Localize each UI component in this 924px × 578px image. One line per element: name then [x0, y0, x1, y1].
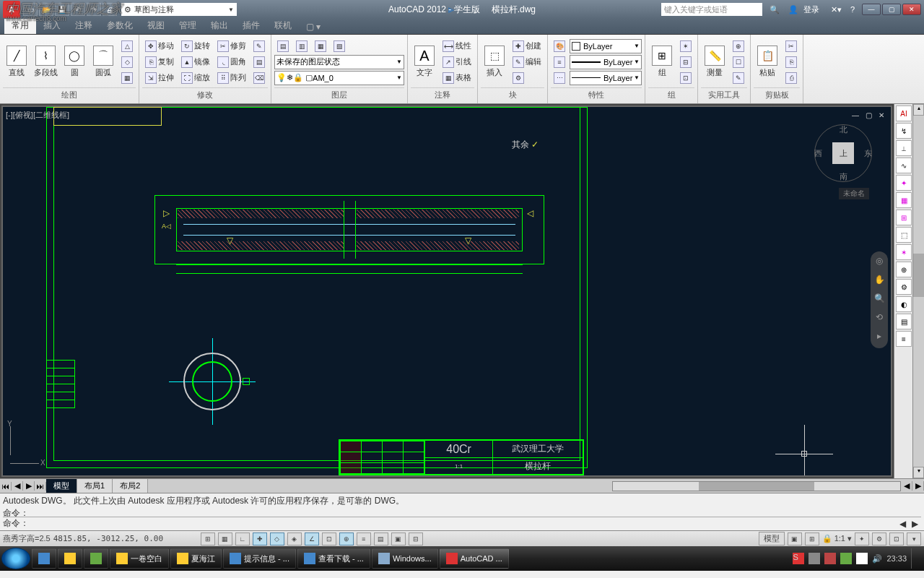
wcs-label[interactable]: 未命名 — [839, 188, 869, 199]
measure-button[interactable]: 📏测量 — [701, 37, 728, 87]
polyline-button[interactable]: ⌇多段线 — [32, 37, 59, 87]
qat-open-icon[interactable]: 📂 — [39, 3, 53, 16]
clock[interactable]: 23:33 — [886, 554, 907, 563]
tray-icon[interactable] — [840, 553, 852, 564]
drawing-viewport[interactable]: [-][俯视][二维线框] — ▢ ✕ 上 北 南 东 西 未命名 ◎ ✋ 🔍 … — [1, 105, 892, 477]
tray-icon[interactable] — [824, 553, 836, 564]
osnap-toggle[interactable]: ◇ — [270, 532, 284, 545]
tab-nav-next[interactable]: ▶ — [23, 481, 35, 491]
tray-icon[interactable] — [856, 553, 868, 564]
start-button[interactable] — [1, 548, 30, 569]
taskbar-item[interactable]: 查看下载 - ... — [297, 548, 370, 569]
dyn-toggle[interactable]: ⊕ — [339, 532, 354, 545]
taskbar-pin3[interactable] — [84, 548, 108, 569]
tab-home[interactable]: 常用 — [4, 17, 36, 34]
horizontal-scrollbar[interactable] — [612, 481, 901, 491]
qat-redo-icon[interactable]: ↷ — [87, 3, 101, 16]
tray-speaker-icon[interactable]: 🔊 — [872, 554, 882, 564]
layer-state-combo[interactable]: 未保存的图层状态▼ — [274, 55, 404, 69]
draw-ext3[interactable]: ▦ — [118, 71, 136, 85]
stretch-button[interactable]: ⇲拉伸 — [142, 71, 177, 85]
nav-orbit-icon[interactable]: ⟲ — [873, 312, 886, 325]
nav-zoom-icon[interactable]: 🔍 — [873, 293, 886, 306]
login-link[interactable]: 👤 登录 — [785, 4, 825, 15]
layout1-tab[interactable]: 布局1 — [77, 479, 113, 493]
lwt-toggle[interactable]: ≡ — [357, 532, 371, 545]
text-button[interactable]: A文字 — [411, 37, 438, 87]
taskbar-item[interactable]: 提示信息 - ... — [223, 548, 296, 569]
copy-button[interactable]: ⎘复制 — [142, 55, 177, 69]
paste-button[interactable]: 📋粘贴 — [754, 37, 781, 87]
close-button[interactable]: ✕ — [902, 4, 921, 15]
scale-button[interactable]: ⛶缩放 — [178, 71, 213, 85]
taskbar-item[interactable]: 夏海江 — [170, 548, 222, 569]
arc-button[interactable]: ⌒圆弧 — [90, 37, 117, 87]
app-logo[interactable]: A — [3, 1, 20, 18]
tab-online[interactable]: 联机 — [267, 17, 299, 34]
help-search-input[interactable]: 键入关键字或短语 — [661, 3, 762, 16]
tray-icon[interactable] — [808, 553, 820, 564]
vp-maximize-icon[interactable]: ▢ — [863, 111, 873, 121]
line-button[interactable]: ╱直线 — [3, 37, 30, 87]
cmd-nav-left[interactable]: ◀ — [897, 519, 909, 529]
tab-nav-last[interactable]: ⏭ — [35, 482, 46, 491]
palette-icon[interactable]: AI — [896, 105, 912, 121]
qat-save-icon[interactable]: 💾 — [55, 3, 69, 16]
vp-minimize-icon[interactable]: — — [850, 111, 860, 121]
edit-block-button[interactable]: ✎编辑 — [510, 55, 544, 69]
cmd-nav-right[interactable]: ▶ — [909, 519, 921, 529]
tab-insert[interactable]: 插入 — [36, 17, 68, 34]
search-icon[interactable]: 🔍 — [767, 5, 783, 14]
tab-parametric[interactable]: 参数化 — [100, 17, 140, 34]
ortho-toggle[interactable]: ∟ — [235, 532, 250, 545]
draw-ext1[interactable]: △ — [118, 39, 136, 53]
tab-manage[interactable]: 管理 — [172, 17, 204, 34]
rotate-button[interactable]: ↻旋转 — [178, 39, 213, 53]
table-button[interactable]: ▦表格 — [440, 71, 474, 85]
3dosnap-toggle[interactable]: ◈ — [287, 532, 302, 545]
annotation-scale[interactable]: 🔒 1:1 ▾ — [822, 534, 852, 543]
tab-view[interactable]: 视图 — [140, 17, 172, 34]
show-desktop-button[interactable] — [911, 548, 917, 569]
layer-combo[interactable]: 💡❄🔒 ▢ AM_0▼ — [274, 71, 404, 85]
array-button[interactable]: ⠿阵列 — [214, 71, 249, 85]
model-space-button[interactable]: 模型 — [759, 532, 785, 545]
color-combo[interactable]: ByLayer▼ — [570, 39, 642, 53]
fillet-button[interactable]: ◟圆角 — [214, 55, 249, 69]
layout2-tab[interactable]: 布局2 — [113, 479, 148, 493]
draw-ext2[interactable]: ◇ — [118, 55, 136, 69]
command-input[interactable] — [29, 519, 897, 529]
sc-toggle[interactable]: ⊟ — [409, 532, 423, 545]
lineweight-combo[interactable]: ByLayer▼ — [570, 55, 642, 69]
mirror-button[interactable]: ▲镜像 — [178, 55, 213, 69]
tab-nav-prev[interactable]: ◀ — [12, 481, 23, 491]
taskbar-item[interactable]: 一卷空白 — [110, 548, 169, 569]
group-button[interactable]: ⊞组 — [648, 37, 676, 87]
tpy-toggle[interactable]: ▤ — [374, 532, 388, 545]
create-block-button[interactable]: ✚创建 — [510, 39, 544, 53]
qat-print-icon[interactable]: 🖨 — [103, 3, 117, 16]
circle-button[interactable]: ◯圆 — [61, 37, 88, 87]
leader-button[interactable]: ↗引线 — [440, 55, 474, 69]
taskbar-pin1[interactable] — [32, 548, 56, 569]
nav-pan-icon[interactable]: ✋ — [873, 275, 886, 288]
viewport-label[interactable]: [-][俯视][二维线框] — [6, 110, 69, 121]
vp-close-icon[interactable]: ✕ — [876, 111, 886, 121]
model-tab[interactable]: 模型 — [46, 479, 77, 493]
tab-annotate[interactable]: 注释 — [68, 17, 100, 34]
workspace-selector[interactable]: ⚙草图与注释▼ — [121, 3, 237, 16]
tab-output[interactable]: 输出 — [204, 17, 235, 34]
nav-wheel-icon[interactable]: ◎ — [873, 256, 886, 269]
ducs-toggle[interactable]: ⊡ — [322, 532, 336, 545]
tab-plugins[interactable]: 插件 — [235, 17, 267, 34]
grid-toggle[interactable]: ▦ — [218, 532, 232, 545]
minimize-button[interactable]: — — [862, 4, 881, 15]
taskbar-item[interactable]: Windows... — [372, 548, 438, 569]
otrack-toggle[interactable]: ∠ — [305, 532, 319, 545]
linetype-combo[interactable]: ByLayer▼ — [570, 71, 642, 85]
help-icon[interactable]: ? — [847, 5, 858, 14]
taskbar-item[interactable]: AutoCAD ... — [440, 548, 509, 569]
maximize-button[interactable]: ▢ — [882, 4, 901, 15]
trim-button[interactable]: ✂修剪 — [214, 39, 249, 53]
tray-icon[interactable]: S — [793, 553, 804, 564]
